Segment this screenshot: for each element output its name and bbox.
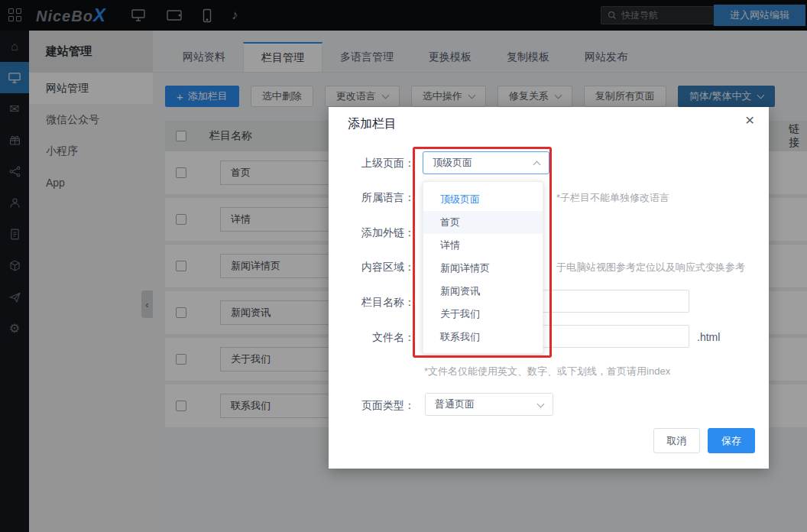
save-button[interactable]: 保存 — [708, 428, 755, 453]
language-label: 所属语言： — [335, 191, 415, 205]
add-column-dialog: 添加栏目 × 上级页面： 顶级页面 所属语言： *子栏目不能单独修改语言 添加外… — [329, 107, 769, 469]
filename-suffix: .html — [697, 331, 720, 343]
page-type-label: 页面类型： — [335, 399, 415, 413]
dropdown-option[interactable]: 顶级页面 — [423, 188, 543, 211]
page-type-select[interactable]: 普通页面 — [425, 393, 553, 416]
dropdown-option[interactable]: 联系我们 — [423, 326, 543, 349]
dropdown-option[interactable]: 新闻详情页 — [423, 257, 543, 280]
language-note: *子栏目不能单独修改语言 — [556, 191, 669, 205]
chevron-down-icon — [537, 400, 545, 407]
dialog-title: 添加栏目 — [348, 116, 397, 132]
chevron-up-icon — [533, 161, 541, 168]
content-area-label: 内容区域： — [335, 261, 415, 274]
parent-page-select[interactable]: 顶级页面 — [423, 151, 549, 174]
dropdown-option[interactable]: 关于我们 — [423, 303, 543, 326]
filename-note: *文件名仅能使用英文、数字、或下划线，首页请用index — [424, 365, 670, 378]
filename-label: 文件名： — [335, 331, 415, 345]
column-name-label: 栏目名称： — [335, 296, 415, 310]
cancel-button[interactable]: 取消 — [653, 428, 700, 453]
close-icon[interactable]: × — [745, 112, 754, 128]
parent-page-dropdown: 顶级页面 首页 详情 新闻详情页 新闻资讯 关于我们 联系我们 — [423, 181, 543, 354]
dropdown-option[interactable]: 首页 — [423, 211, 543, 234]
external-link-label: 添加外链： — [335, 226, 415, 240]
dropdown-option[interactable]: 详情 — [423, 234, 543, 257]
content-area-note: 于电脑站视图参考定位以及响应式变换参考 — [556, 261, 745, 274]
dropdown-option[interactable]: 新闻资讯 — [423, 280, 543, 303]
parent-page-label: 上级页面： — [335, 157, 415, 170]
